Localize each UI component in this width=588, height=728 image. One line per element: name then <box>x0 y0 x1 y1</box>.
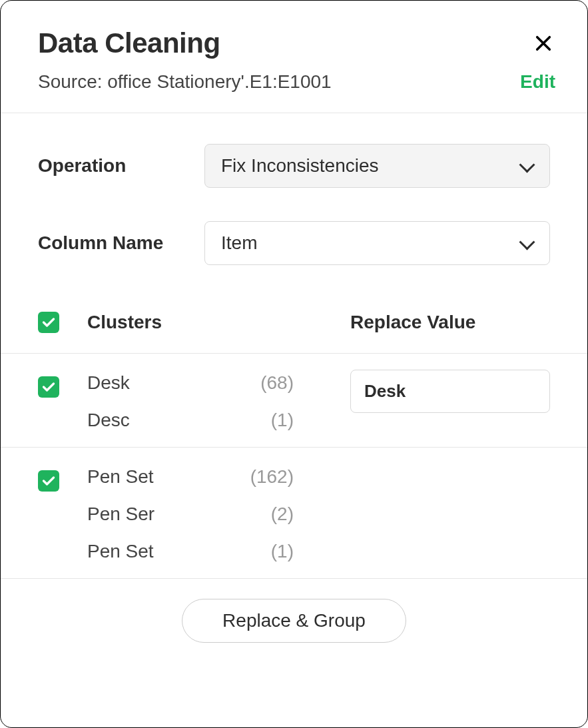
column-select[interactable]: Item <box>204 221 550 265</box>
cluster-item: Desk (68) <box>87 372 340 394</box>
cluster-item: Desc (1) <box>87 410 340 431</box>
cluster-checkbox[interactable] <box>38 470 59 492</box>
cluster-group: Pen Set (162) Pen Ser (2) Pen Set (1) <box>1 448 587 579</box>
cluster-group: Desk (68) Desc (1) <box>1 354 587 448</box>
column-row: Column Name Item <box>1 221 587 265</box>
column-value: Item <box>221 232 257 254</box>
chevron-down-icon <box>520 239 533 247</box>
edit-link[interactable]: Edit <box>520 71 555 93</box>
cluster-name: Desk <box>87 372 240 394</box>
operation-value: Fix Inconsistencies <box>221 155 379 177</box>
title-row: Data Cleaning <box>38 27 555 59</box>
table-header-row: Clusters Replace Value <box>1 298 587 354</box>
close-icon <box>534 34 553 53</box>
cluster-name: Pen Ser <box>87 504 240 525</box>
operation-select[interactable]: Fix Inconsistencies <box>204 144 550 188</box>
cluster-name: Pen Set <box>87 541 240 562</box>
cluster-count: (1) <box>240 410 294 431</box>
cluster-count: (1) <box>240 541 294 562</box>
check-icon <box>42 317 55 328</box>
cluster-count: (68) <box>240 372 294 394</box>
chevron-down-icon <box>520 162 533 170</box>
source-row: Source: office Stationery'.E1:E1001 Edit <box>38 71 555 93</box>
cluster-item: Pen Set (162) <box>87 466 340 488</box>
select-all-checkbox[interactable] <box>38 312 59 333</box>
close-button[interactable] <box>531 30 555 59</box>
cluster-item: Pen Ser (2) <box>87 504 340 525</box>
operation-row: Operation Fix Inconsistencies <box>1 144 587 188</box>
column-label: Column Name <box>38 232 204 254</box>
check-icon <box>42 476 55 486</box>
panel-footer: Replace & Group <box>1 579 587 669</box>
cluster-list: Pen Set (162) Pen Ser (2) Pen Set (1) <box>87 464 340 562</box>
replace-value-input[interactable] <box>350 370 550 413</box>
cluster-name: Desc <box>87 410 240 431</box>
cluster-name: Pen Set <box>87 466 240 488</box>
operation-label: Operation <box>38 155 204 177</box>
panel-body: Operation Fix Inconsistencies Column Nam… <box>1 113 587 727</box>
clusters-header: Clusters <box>87 312 350 333</box>
cluster-count: (2) <box>240 504 294 525</box>
replace-and-group-button[interactable]: Replace & Group <box>182 599 406 643</box>
cluster-item: Pen Set (1) <box>87 541 340 562</box>
data-cleaning-panel: Data Cleaning Source: office Stationery'… <box>0 0 588 728</box>
panel-header: Data Cleaning Source: office Stationery'… <box>1 1 587 113</box>
check-icon <box>42 382 55 392</box>
cluster-checkbox[interactable] <box>38 376 59 398</box>
replace-value-cell <box>350 370 550 413</box>
cluster-count: (162) <box>240 466 294 488</box>
cluster-list: Desk (68) Desc (1) <box>87 370 340 431</box>
source-text: Source: office Stationery'.E1:E1001 <box>38 71 332 93</box>
panel-title: Data Cleaning <box>38 27 220 59</box>
replace-value-header: Replace Value <box>350 312 550 333</box>
